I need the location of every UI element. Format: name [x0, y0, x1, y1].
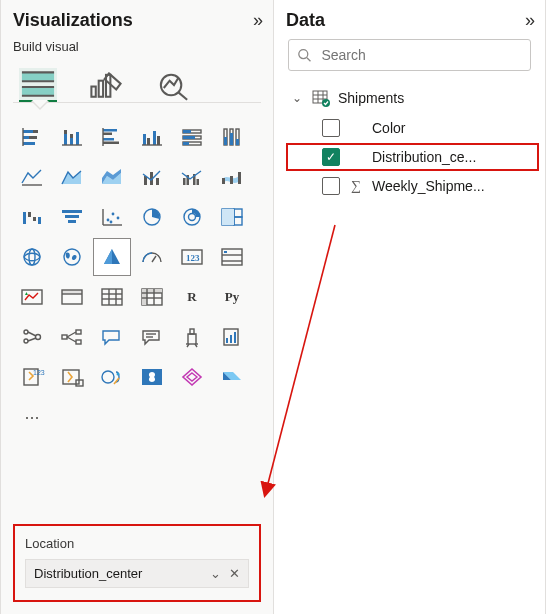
viz-matrix[interactable]	[133, 278, 171, 316]
svg-rect-28	[143, 134, 146, 145]
viz-python[interactable]: Py	[213, 278, 251, 316]
svg-rect-49	[183, 178, 186, 185]
viz-decomposition-tree[interactable]	[53, 318, 91, 356]
viz-100-stacked-bar[interactable]	[173, 118, 211, 156]
viz-power-automate[interactable]	[53, 358, 91, 396]
well-label-location: Location	[25, 536, 249, 551]
viz-area[interactable]	[53, 158, 91, 196]
viz-funnel[interactable]	[53, 198, 91, 236]
svg-rect-15	[23, 142, 35, 145]
viz-flow[interactable]	[213, 358, 251, 396]
field-row-weekly-shipments[interactable]: ∑ Weekly_Shipme...	[286, 171, 533, 201]
viz-collapse-button[interactable]: »	[253, 10, 261, 31]
viz-100-stacked-column[interactable]	[213, 118, 251, 156]
viz-line[interactable]	[13, 158, 51, 196]
svg-point-76	[24, 249, 40, 265]
viz-smart-narrative[interactable]	[133, 318, 171, 356]
table-row-shipments[interactable]: ⌄ Shipments	[286, 83, 533, 113]
checkbox-weekly-shipments[interactable]	[322, 177, 340, 195]
viz-card[interactable]: 123	[173, 238, 211, 276]
viz-clustered-bar[interactable]	[93, 118, 131, 156]
svg-rect-85	[224, 251, 227, 253]
svg-line-112	[67, 337, 76, 342]
svg-rect-110	[76, 340, 81, 344]
viz-clustered-column[interactable]	[133, 118, 171, 156]
viz-arcgis[interactable]	[93, 358, 131, 396]
svg-rect-26	[103, 142, 119, 145]
svg-point-104	[24, 339, 28, 343]
svg-rect-31	[157, 136, 160, 145]
search-input[interactable]	[319, 46, 522, 64]
svg-rect-34	[183, 130, 191, 133]
viz-more-ellipsis[interactable]: ···	[13, 398, 51, 436]
svg-point-103	[24, 330, 28, 334]
viz-qna[interactable]	[93, 318, 131, 356]
viz-line-stacked-column[interactable]	[133, 158, 171, 196]
viz-r-script[interactable]: R	[173, 278, 211, 316]
search-box[interactable]	[288, 39, 531, 71]
svg-line-10	[178, 92, 187, 99]
viz-power-apps[interactable]: 123	[13, 358, 51, 396]
viz-multi-row-card[interactable]	[213, 238, 251, 276]
viz-waterfall[interactable]	[13, 198, 51, 236]
field-chip-distribution-center[interactable]: Distribution_center ⌄ ✕	[25, 559, 249, 588]
svg-rect-29	[147, 138, 150, 145]
visualizations-pane: Visualizations » Build visual	[0, 0, 273, 614]
viz-table[interactable]	[93, 278, 131, 316]
svg-point-127	[102, 371, 114, 383]
viz-donut[interactable]	[173, 198, 211, 236]
viz-line-clustered-column[interactable]	[173, 158, 211, 196]
viz-stacked-area[interactable]	[93, 158, 131, 196]
svg-rect-25	[103, 138, 114, 141]
tab-analytics[interactable]	[155, 68, 193, 102]
svg-rect-55	[238, 172, 241, 184]
svg-rect-8	[106, 75, 110, 97]
viz-pie[interactable]	[133, 198, 171, 236]
viz-header: Visualizations »	[13, 10, 261, 31]
svg-rect-7	[99, 81, 103, 97]
viz-stacked-bar[interactable]	[13, 118, 51, 156]
chip-dropdown-icon[interactable]: ⌄	[210, 566, 221, 581]
svg-rect-48	[156, 178, 159, 185]
field-name: Distribution_ce...	[372, 149, 476, 165]
viz-key-influencers[interactable]	[13, 318, 51, 356]
viz-ribbon[interactable]	[213, 158, 251, 196]
viz-app-source[interactable]	[173, 358, 211, 396]
field-name: Weekly_Shipme...	[372, 178, 485, 194]
viz-azure-map[interactable]	[93, 238, 131, 276]
svg-rect-18	[64, 130, 67, 134]
viz-treemap[interactable]	[213, 198, 251, 236]
svg-rect-122	[234, 332, 236, 343]
checkbox-color[interactable]	[322, 119, 340, 137]
viz-scatter[interactable]	[93, 198, 131, 236]
data-collapse-button[interactable]: »	[525, 10, 533, 31]
sigma-icon: ∑	[348, 178, 364, 194]
viz-gauge[interactable]	[133, 238, 171, 276]
viz-esri[interactable]	[133, 358, 171, 396]
chip-remove-icon[interactable]: ✕	[229, 566, 240, 581]
svg-rect-57	[28, 212, 31, 217]
svg-text:123: 123	[186, 253, 200, 263]
svg-rect-54	[230, 176, 233, 184]
field-row-distribution-center[interactable]: ✓ Distribution_ce...	[286, 143, 539, 171]
tab-build[interactable]	[19, 68, 57, 102]
viz-title: Visualizations	[13, 10, 133, 31]
checkbox-distribution-center[interactable]: ✓	[322, 148, 340, 166]
svg-point-71	[189, 214, 196, 221]
viz-slicer[interactable]	[53, 278, 91, 316]
tab-format[interactable]	[87, 68, 125, 102]
svg-point-130	[299, 50, 308, 59]
viz-tabs	[13, 64, 261, 102]
svg-rect-36	[183, 136, 195, 139]
svg-rect-38	[183, 142, 189, 145]
svg-rect-20	[70, 134, 73, 138]
viz-kpi[interactable]: ▲	[13, 278, 51, 316]
viz-stacked-column[interactable]	[53, 118, 91, 156]
field-row-color[interactable]: Color	[286, 113, 533, 143]
viz-map[interactable]	[13, 238, 51, 276]
viz-filled-map[interactable]	[53, 238, 91, 276]
svg-rect-6	[91, 86, 95, 96]
svg-rect-58	[33, 217, 36, 221]
viz-goals[interactable]	[173, 318, 211, 356]
viz-paginated-report[interactable]	[213, 318, 251, 356]
